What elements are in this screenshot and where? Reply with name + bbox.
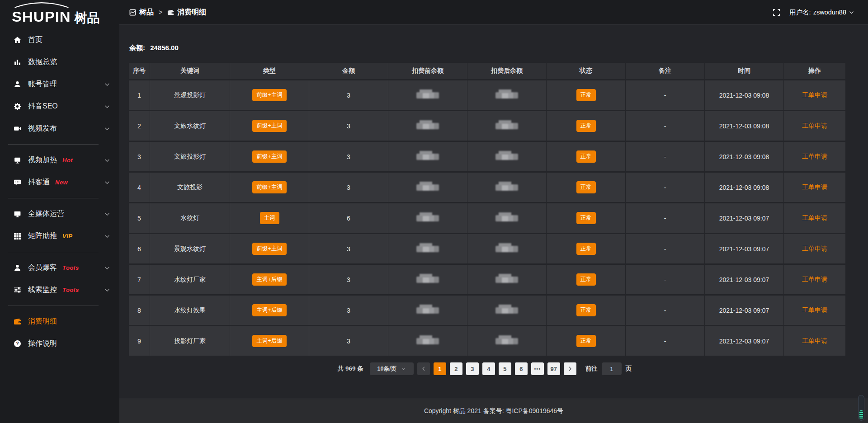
- cell-balance-before: [388, 80, 467, 110]
- cell-seq: 1: [129, 80, 150, 110]
- sidebar-item-label: 抖客通: [28, 178, 50, 187]
- cell-balance-before: [388, 203, 467, 233]
- ticket-apply-link[interactable]: 工单申请: [802, 276, 827, 283]
- cell-seq: 3: [129, 142, 150, 171]
- prev-page-button[interactable]: [417, 362, 430, 375]
- cell-seq: 4: [129, 173, 150, 202]
- sidebar-item-consumption-details[interactable]: 消费明细: [0, 310, 119, 333]
- status-badge: 正常: [576, 273, 596, 286]
- cell-type: 前缀+主词: [230, 173, 309, 202]
- browser-extension-widget[interactable]: [858, 395, 864, 421]
- page-button-5[interactable]: 5: [499, 362, 511, 375]
- cell-type: 前缀+主词: [230, 234, 309, 263]
- cell-remark: -: [626, 80, 704, 110]
- type-badge: 前缀+主词: [252, 181, 286, 193]
- sidebar-item-video-heating[interactable]: 视频加热Hot: [0, 149, 119, 171]
- fullscreen-icon[interactable]: [773, 9, 780, 16]
- masked-balance-after: [495, 123, 518, 129]
- cell-time: 2021-12-03 09:07: [705, 326, 783, 356]
- cell-remark: -: [626, 326, 704, 356]
- cell-balance-after: [467, 296, 546, 325]
- ticket-apply-link[interactable]: 工单申请: [802, 337, 827, 344]
- next-page-button[interactable]: [564, 362, 576, 375]
- bar-chart-icon: [14, 58, 21, 66]
- ticket-apply-link[interactable]: 工单申请: [802, 245, 827, 252]
- sidebar-divider: [8, 252, 99, 252]
- page-button-6[interactable]: 6: [515, 362, 528, 375]
- page-button-4[interactable]: 4: [482, 362, 495, 375]
- cell-amount: 3: [309, 326, 388, 356]
- ticket-apply-link[interactable]: 工单申请: [802, 91, 827, 99]
- page-button-3[interactable]: 3: [466, 362, 479, 375]
- sidebar-item-lead-monitoring[interactable]: 线索监控Tools: [0, 279, 119, 301]
- cell-status: 正常: [547, 234, 625, 263]
- cell-status: 正常: [547, 203, 625, 233]
- goto-page: 前往 页: [585, 362, 632, 375]
- ticket-apply-link[interactable]: 工单申请: [802, 306, 827, 314]
- cell-status: 正常: [547, 142, 625, 171]
- sidebar-item-home[interactable]: 首页: [0, 29, 119, 51]
- cell-balance-after: [467, 173, 546, 202]
- sidebar-item-label: 数据总览: [28, 57, 57, 67]
- chevron-down-icon: [104, 157, 110, 164]
- page-button-1[interactable]: 1: [434, 362, 446, 375]
- screen-icon: [14, 156, 21, 164]
- type-badge: 主词+后缀: [252, 273, 286, 286]
- page-size-select[interactable]: 10条/页: [370, 362, 414, 375]
- sidebar-item-operation-guide[interactable]: ?操作说明: [0, 333, 119, 355]
- sidebar-item-data-overview[interactable]: 数据总览: [0, 51, 119, 73]
- ticket-apply-link[interactable]: 工单申请: [802, 214, 827, 221]
- ticket-apply-link[interactable]: 工单申请: [802, 183, 827, 191]
- sidebar-item-account-management[interactable]: 账号管理: [0, 73, 119, 95]
- sidebar-item-video-publish[interactable]: 视频发布: [0, 118, 119, 140]
- cell-keyword: 文旅投影: [150, 173, 230, 202]
- sidebar-item-label: 全媒体运营: [28, 209, 64, 219]
- masked-balance-before: [416, 307, 439, 314]
- table-row: 1景观投影灯前缀+主词3正常-2021-12-03 09:08工单申请: [129, 80, 845, 110]
- goto-label: 前往: [585, 365, 598, 373]
- sidebar-item-badge: Tools: [62, 264, 79, 271]
- sidebar-item-matrix-boost[interactable]: 矩阵助推VIP: [0, 225, 119, 247]
- cell-time: 2021-12-03 09:08: [705, 111, 783, 141]
- breadcrumb-item-current[interactable]: 消费明细: [167, 8, 206, 17]
- cell-amount: 3: [309, 234, 388, 263]
- cell-keyword: 文旅投影灯: [150, 142, 230, 171]
- breadcrumb: 树品 > 消费明细: [129, 8, 206, 17]
- app-logo[interactable]: SHUPIN 树品: [0, 0, 119, 27]
- sidebar-item-member-burst[interactable]: 会员爆客Tools: [0, 257, 119, 279]
- chevron-down-icon: [104, 179, 110, 186]
- breadcrumb-separator: >: [159, 9, 162, 16]
- page-button-2[interactable]: 2: [450, 362, 462, 375]
- pagination: 共 969 条 10条/页 123456•••97 前往 页: [128, 362, 841, 375]
- cell-type: 前缀+主词: [230, 142, 309, 171]
- balance-label: 余额:: [129, 44, 145, 52]
- sidebar-item-doukertong[interactable]: 抖客通New: [0, 171, 119, 193]
- ticket-apply-link[interactable]: 工单申请: [802, 122, 827, 129]
- breadcrumb-item-home[interactable]: 树品: [129, 8, 154, 17]
- user-menu[interactable]: 用户名: zswodun88: [789, 8, 854, 17]
- sidebar-item-douyin-seo[interactable]: 抖音SEO: [0, 95, 119, 118]
- sidebar-item-label: 视频发布: [28, 124, 57, 133]
- page-button-97[interactable]: 97: [547, 362, 560, 375]
- sidebar-item-label: 矩阵助推: [28, 231, 57, 241]
- column-header-status: 状态: [547, 63, 625, 79]
- cell-balance-before: [388, 111, 467, 141]
- status-badge: 正常: [576, 89, 596, 101]
- cell-status: 正常: [547, 173, 625, 202]
- masked-balance-after: [495, 277, 518, 283]
- sidebar: SHUPIN 树品 首页数据总览账号管理抖音SEO视频发布视频加热Hot抖客通N…: [0, 0, 119, 423]
- copyright-text: Copyright 树品 2021 备案号: 粤ICP备09019646号: [424, 407, 563, 415]
- cell-remark: -: [626, 142, 704, 171]
- masked-balance-after: [495, 307, 518, 314]
- goto-page-input[interactable]: [602, 362, 622, 375]
- sidebar-item-label: 首页: [28, 35, 42, 45]
- sidebar-item-all-media-operation[interactable]: 全媒体运营: [0, 203, 119, 225]
- table-row: 8水纹灯效果主词+后缀3正常-2021-12-03 09:07工单申请: [129, 296, 845, 325]
- ticket-apply-link[interactable]: 工单申请: [802, 153, 827, 160]
- cell-amount: 3: [309, 80, 388, 110]
- column-header-type: 类型: [230, 63, 309, 79]
- cell-type: 主词+后缀: [230, 326, 309, 356]
- masked-balance-before: [416, 338, 439, 344]
- page-ellipsis-button[interactable]: •••: [531, 362, 544, 375]
- cell-amount: 3: [309, 296, 388, 325]
